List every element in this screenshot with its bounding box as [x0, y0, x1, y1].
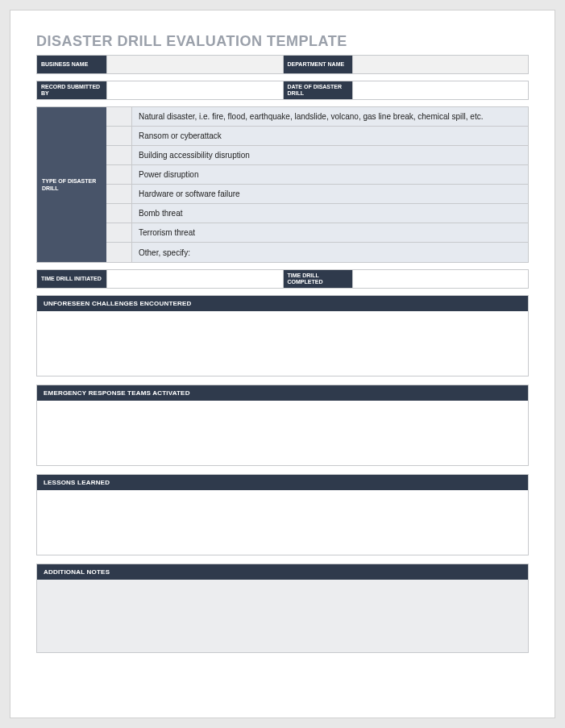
business-dept-row: BUSINESS NAME DEPARTMENT NAME: [36, 55, 529, 74]
time-initiated-label: TIME DRILL INITIATED: [37, 270, 106, 288]
drill-option-row: Building accessibility disruption: [106, 146, 528, 165]
lessons-header: LESSONS LEARNED: [37, 475, 528, 490]
challenges-section: UNFORESEEN CHALLENGES ENCOUNTERED: [36, 295, 529, 376]
department-name-input[interactable]: [352, 56, 529, 73]
drill-option-row: Ransom or cyberattack: [106, 127, 528, 146]
drill-option-text: Terrorism threat: [132, 223, 528, 242]
drill-option-checkbox[interactable]: [106, 223, 132, 242]
drill-option-text: Ransom or cyberattack: [132, 127, 528, 145]
drill-option-row: Other, specify:: [106, 243, 528, 262]
response-teams-body[interactable]: [37, 401, 528, 465]
drill-option-checkbox[interactable]: [106, 146, 132, 164]
page: DISASTER DRILL EVALUATION TEMPLATE BUSIN…: [10, 10, 555, 718]
record-submitted-by-label: RECORD SUBMITTED BY: [37, 81, 106, 99]
date-of-drill-label: DATE OF DISASTER DRILL: [283, 81, 352, 99]
drill-option-row: Hardware or software failure: [106, 185, 528, 204]
drill-option-checkbox[interactable]: [106, 127, 132, 145]
drill-option-text: Power disruption: [132, 165, 528, 184]
drill-type-table: TYPE OF DISASTER DRILL Natural disaster,…: [36, 106, 529, 263]
drill-option-row: Terrorism threat: [106, 223, 528, 243]
date-of-drill-input[interactable]: [352, 81, 529, 99]
response-teams-header: EMERGENCY RESPONSE TEAMS ACTIVATED: [37, 385, 528, 401]
drill-option-checkbox[interactable]: [106, 107, 132, 126]
business-name-label: BUSINESS NAME: [37, 56, 106, 73]
drill-option-row: Natural disaster, i.e. fire, flood, eart…: [106, 107, 528, 127]
time-row: TIME DRILL INITIATED TIME DRILL COMPLETE…: [36, 269, 529, 289]
drill-option-text: Hardware or software failure: [132, 185, 528, 203]
notes-header: ADDITIONAL NOTES: [37, 564, 528, 580]
challenges-header: UNFORESEEN CHALLENGES ENCOUNTERED: [37, 296, 528, 311]
time-initiated-input[interactable]: [106, 270, 283, 288]
time-completed-label: TIME DRILL COMPLETED: [283, 270, 352, 288]
lessons-body[interactable]: [37, 490, 528, 555]
response-teams-section: EMERGENCY RESPONSE TEAMS ACTIVATED: [36, 385, 529, 466]
notes-body[interactable]: [37, 580, 528, 652]
department-name-label: DEPARTMENT NAME: [283, 56, 352, 73]
lessons-section: LESSONS LEARNED: [36, 474, 529, 555]
challenges-body[interactable]: [37, 311, 528, 376]
drill-option-checkbox[interactable]: [106, 243, 132, 262]
drill-option-row: Bomb threat: [106, 204, 528, 223]
drill-option-text: Natural disaster, i.e. fire, flood, eart…: [132, 107, 528, 126]
record-date-row: RECORD SUBMITTED BY DATE OF DISASTER DRI…: [36, 81, 529, 100]
drill-type-label-text: TYPE OF DISASTER DRILL: [42, 177, 102, 192]
page-title: DISASTER DRILL EVALUATION TEMPLATE: [36, 33, 529, 50]
drill-option-checkbox[interactable]: [106, 185, 132, 203]
drill-option-text: Bomb threat: [132, 204, 528, 223]
drill-option-checkbox[interactable]: [106, 204, 132, 223]
drill-type-options: Natural disaster, i.e. fire, flood, eart…: [106, 107, 528, 262]
time-completed-input[interactable]: [352, 270, 529, 288]
drill-option-checkbox[interactable]: [106, 165, 132, 184]
drill-type-label: TYPE OF DISASTER DRILL: [37, 107, 106, 262]
drill-option-text: Building accessibility disruption: [132, 146, 528, 164]
record-submitted-by-input[interactable]: [106, 81, 283, 99]
business-name-input[interactable]: [106, 56, 283, 73]
drill-option-text: Other, specify:: [132, 243, 528, 262]
drill-option-row: Power disruption: [106, 165, 528, 185]
notes-section: ADDITIONAL NOTES: [36, 564, 529, 653]
